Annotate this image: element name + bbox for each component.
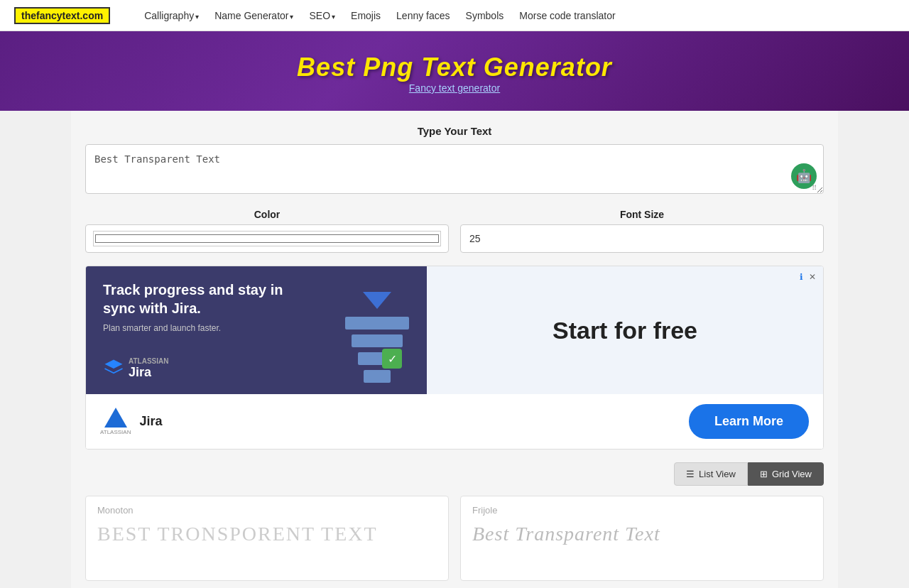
jira-name: Jira: [129, 365, 151, 379]
color-label: Color: [85, 209, 449, 220]
font-preview: Best Transparent Text: [472, 523, 812, 545]
font-card-frijole: Frijole Best Transparent Text: [460, 496, 824, 581]
font-card-name: Frijole: [472, 505, 812, 516]
navbar: thefancytext.com Calligraphy▾ Name Gener…: [0, 0, 909, 31]
ad-left: Track progress and stay in sync with Jir…: [86, 266, 327, 394]
font-size-control: Font Size: [460, 209, 824, 253]
ad-bottom-brand: ATLASSIAN Jira: [100, 408, 162, 435]
atlassian-triangle-icon: [104, 408, 127, 428]
funnel-arrow-icon: [363, 292, 391, 309]
font-size-label: Font Size: [460, 209, 824, 220]
ad-headline-block: Track progress and stay in sync with Jir…: [103, 281, 310, 333]
ad-top: ℹ ✕ Track progress and stay in sync with…: [86, 266, 823, 394]
nav-calligraphy[interactable]: Calligraphy▾: [138, 7, 205, 24]
text-input[interactable]: [85, 144, 824, 194]
ad-cta-text: Start for free: [553, 317, 697, 344]
ad-jira-logo: ATLASSIAN Jira: [103, 357, 310, 380]
funnel-check-icon: ✓: [382, 349, 402, 369]
type-label: Type Your Text: [85, 125, 824, 137]
main-content: Type Your Text 🤖 ⠿ Color Font Size ℹ ✕ T…: [71, 111, 838, 588]
list-icon: ☰: [686, 469, 695, 479]
atlassian-label: ATLASSIAN: [129, 357, 168, 365]
resize-handle: ⠿: [812, 184, 817, 192]
color-picker-wrapper: [85, 224, 449, 253]
learn-more-button[interactable]: Learn More: [689, 404, 809, 439]
site-logo[interactable]: thefancytext.com: [14, 7, 110, 24]
chevron-down-icon: ▾: [195, 13, 199, 21]
ad-brand-info: Jira: [139, 414, 162, 429]
grid-icon: ⊞: [760, 469, 768, 479]
funnel-bar-4: [364, 370, 391, 383]
ad-right: Start for free: [427, 266, 823, 394]
nav-emojis[interactable]: Emojis: [345, 7, 386, 24]
nav-seo[interactable]: SEO▾: [303, 7, 341, 24]
nav-lenny-faces[interactable]: Lenny faces: [391, 7, 456, 24]
fancy-text-link[interactable]: Fancy text generator: [409, 82, 500, 94]
font-card-name: Monoton: [97, 505, 437, 516]
hero-title: Best Png Text Generator: [14, 53, 895, 82]
atlassian-logo: ATLASSIAN: [100, 408, 131, 435]
controls-row: Color Font Size: [85, 209, 824, 253]
view-toggle: ☰ List View ⊞ Grid View: [85, 462, 824, 486]
jira-brand-text: ATLASSIAN Jira: [129, 357, 168, 380]
color-control: Color: [85, 209, 449, 253]
ad-bottom: ATLASSIAN Jira Learn More: [86, 394, 823, 449]
ad-funnel-graphic: ✓: [327, 266, 427, 394]
nav-name-generator[interactable]: Name Generator▾: [209, 7, 299, 24]
list-view-button[interactable]: ☰ List View: [674, 462, 748, 486]
chevron-down-icon: ▾: [332, 13, 335, 21]
hero-banner: Best Png Text Generator Fancy text gener…: [0, 31, 909, 111]
funnel-bar-1: [345, 317, 409, 330]
ad-brand-name: Jira: [139, 414, 162, 429]
ad-info-icon[interactable]: ℹ: [800, 272, 803, 282]
hero-subtitle: Fancy text generator: [14, 82, 895, 94]
nav-links: Calligraphy▾ Name Generator▾ SEO▾ Emojis…: [138, 10, 621, 21]
text-input-wrapper: 🤖 ⠿: [85, 144, 824, 196]
font-card-monoton: Monoton Best Tronsporent Text: [85, 496, 449, 581]
font-grid: Monoton Best Tronsporent Text Frijole Be…: [85, 496, 824, 581]
ad-sub: Plan smarter and launch faster.: [103, 323, 310, 333]
font-size-input[interactable]: [460, 224, 824, 253]
font-preview: Best Tronsporent Text: [97, 523, 437, 545]
atlassian-sub-label: ATLASSIAN: [100, 429, 131, 435]
funnel-bar-2: [352, 334, 403, 347]
ad-headline: Track progress and stay in sync with Jir…: [103, 281, 310, 317]
color-picker[interactable]: [93, 231, 441, 246]
grid-view-button[interactable]: ⊞ Grid View: [748, 462, 824, 486]
ad-close-icon[interactable]: ✕: [809, 272, 816, 282]
jira-logo-icon: [103, 358, 124, 379]
nav-morse-code[interactable]: Morse code translator: [513, 7, 621, 24]
chevron-down-icon: ▾: [290, 13, 293, 21]
ad-container: ℹ ✕ Track progress and stay in sync with…: [85, 266, 824, 450]
nav-symbols[interactable]: Symbols: [460, 7, 510, 24]
